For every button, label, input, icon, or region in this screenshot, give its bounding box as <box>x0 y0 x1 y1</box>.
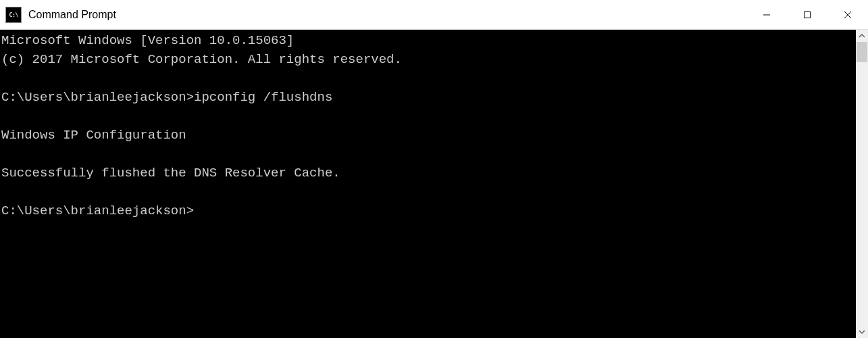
terminal-line <box>1 107 856 126</box>
terminal-area: Microsoft Windows [Version 10.0.15063](c… <box>0 30 868 338</box>
window-controls <box>746 0 868 29</box>
terminal-line <box>1 145 856 164</box>
close-icon <box>844 11 852 19</box>
terminal-output[interactable]: Microsoft Windows [Version 10.0.15063](c… <box>0 30 856 338</box>
app-icon-text: C:\ <box>9 11 18 18</box>
minimize-button[interactable] <box>746 0 787 29</box>
scroll-up-arrow-icon[interactable] <box>856 30 868 42</box>
svg-rect-1 <box>805 11 811 18</box>
close-button[interactable] <box>827 0 868 29</box>
maximize-button[interactable] <box>787 0 827 29</box>
terminal-line: Successfully flushed the DNS Resolver Ca… <box>1 164 856 183</box>
minimize-icon <box>763 11 771 19</box>
maximize-icon <box>803 11 811 19</box>
window-title: Command Prompt <box>28 9 116 21</box>
scroll-down-arrow-icon[interactable] <box>856 326 868 338</box>
scroll-thumb[interactable] <box>857 42 867 62</box>
vertical-scrollbar[interactable] <box>856 30 868 338</box>
scroll-track[interactable] <box>856 42 868 326</box>
terminal-line: C:\Users\brianleejackson>ipconfig /flush… <box>1 88 856 107</box>
command-prompt-icon: C:\ <box>5 7 22 23</box>
terminal-line <box>1 69 856 88</box>
terminal-line <box>1 183 856 201</box>
terminal-line: Microsoft Windows [Version 10.0.15063] <box>1 31 856 50</box>
terminal-line: (c) 2017 Microsoft Corporation. All righ… <box>1 50 856 69</box>
terminal-line: C:\Users\brianleejackson> <box>1 201 856 220</box>
window-titlebar: C:\ Command Prompt <box>0 0 868 30</box>
terminal-line: Windows IP Configuration <box>1 126 856 145</box>
